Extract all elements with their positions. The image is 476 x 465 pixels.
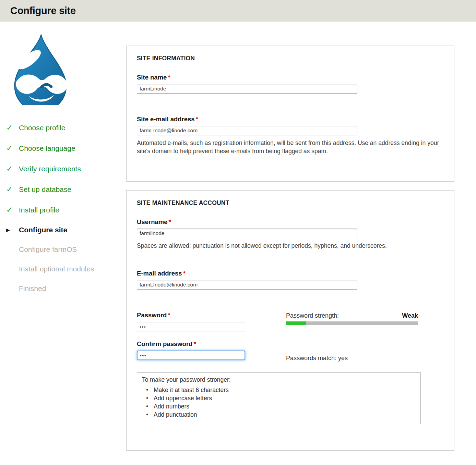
site-email-field: Site e-mail address* Automated e-mails, … bbox=[137, 115, 444, 155]
step-label: Choose profile bbox=[19, 124, 65, 132]
check-icon: ✓ bbox=[6, 144, 19, 153]
install-steps-list: ✓ Choose profile ✓ Choose language ✓ Ver… bbox=[6, 123, 126, 293]
step-set-up-database: ✓ Set up database bbox=[6, 185, 126, 194]
password-row: Password* Password strength: Weak bbox=[137, 311, 444, 331]
configure-site-page: Configure site bbox=[0, 0, 476, 465]
required-asterisk: * bbox=[168, 311, 170, 319]
site-email-input[interactable] bbox=[137, 126, 357, 135]
check-icon: ✓ bbox=[6, 164, 19, 173]
required-asterisk: * bbox=[196, 115, 198, 123]
step-finished: Finished bbox=[6, 284, 126, 293]
install-sidebar: ✓ Choose profile ✓ Choose language ✓ Ver… bbox=[0, 22, 126, 304]
step-choose-profile: ✓ Choose profile bbox=[6, 123, 126, 132]
site-maintenance-account-fieldset: SITE MAINTENANCE ACCOUNT Username* Space… bbox=[126, 190, 454, 451]
required-asterisk: * bbox=[183, 270, 186, 277]
site-name-label: Site name bbox=[137, 74, 167, 81]
step-label: Configure site bbox=[19, 226, 67, 234]
check-icon: ✓ bbox=[6, 185, 19, 194]
password-tips-box: To make your password stronger: Make it … bbox=[137, 372, 421, 424]
username-help: Spaces are allowed; punctuation is not a… bbox=[137, 242, 447, 250]
password-strength-indicator: Password strength: Weak bbox=[286, 311, 418, 325]
site-email-label: Site e-mail address bbox=[137, 115, 195, 123]
step-label: Install profile bbox=[19, 206, 59, 214]
account-email-label: E-mail address bbox=[137, 270, 182, 277]
step-choose-language: ✓ Choose language bbox=[6, 144, 126, 153]
active-step-arrow-icon: ▶ bbox=[6, 227, 19, 233]
step-label: Verify requirements bbox=[19, 165, 81, 173]
step-label: Configure farmOS bbox=[19, 245, 77, 254]
confirm-password-input[interactable] bbox=[137, 351, 245, 360]
account-email-field: E-mail address* bbox=[137, 270, 444, 290]
confirm-password-label: Confirm password bbox=[137, 340, 192, 347]
step-configure-site: ▶ Configure site bbox=[6, 226, 126, 234]
step-label: Set up database bbox=[19, 185, 71, 194]
password-strength-bar-fill bbox=[286, 321, 306, 325]
site-name-field: Site name* bbox=[137, 74, 444, 94]
username-input[interactable] bbox=[137, 229, 357, 238]
password-strength-value: Weak bbox=[402, 312, 418, 319]
password-label: Password bbox=[137, 311, 167, 319]
password-strength-label: Password strength: bbox=[286, 312, 339, 319]
password-tip: Make it at least 6 characters bbox=[142, 386, 416, 394]
site-information-legend: SITE INFORMATION bbox=[137, 55, 444, 62]
password-tip: Add uppercase letters bbox=[142, 394, 416, 403]
check-icon: ✓ bbox=[6, 205, 19, 215]
account-email-input[interactable] bbox=[137, 280, 357, 290]
username-label: Username bbox=[137, 218, 167, 225]
required-asterisk: * bbox=[168, 74, 170, 81]
password-strength-track bbox=[286, 321, 418, 325]
required-asterisk: * bbox=[193, 340, 196, 347]
site-name-input[interactable] bbox=[137, 84, 357, 94]
password-tips-list: Make it at least 6 characters Add upperc… bbox=[142, 386, 416, 419]
page-title: Configure site bbox=[10, 5, 76, 16]
confirm-password-row: Confirm password* Passwords match: yes bbox=[137, 340, 444, 362]
required-asterisk: * bbox=[168, 218, 171, 225]
username-field: Username* Spaces are allowed; punctuatio… bbox=[137, 218, 444, 250]
site-email-help: Automated e-mails, such as registration … bbox=[137, 139, 447, 155]
check-icon: ✓ bbox=[6, 123, 19, 132]
step-verify-requirements: ✓ Verify requirements bbox=[6, 164, 126, 173]
step-label: Install optional modules bbox=[19, 265, 94, 273]
step-install-profile: ✓ Install profile bbox=[6, 205, 126, 215]
site-maintenance-account-legend: SITE MAINTENANCE ACCOUNT bbox=[137, 199, 444, 207]
password-tip: Add numbers bbox=[142, 403, 416, 411]
page-header: Configure site bbox=[0, 0, 476, 22]
site-information-fieldset: SITE INFORMATION Site name* Site e-mail … bbox=[126, 46, 454, 182]
drupal-logo bbox=[8, 33, 72, 105]
password-tip: Add punctuation bbox=[142, 411, 416, 419]
password-tips-title: To make your password stronger: bbox=[142, 376, 416, 383]
install-form: SITE INFORMATION Site name* Site e-mail … bbox=[126, 22, 455, 451]
step-label: Choose language bbox=[19, 144, 75, 152]
drupal-droplet-icon bbox=[8, 33, 72, 105]
step-configure-farmos: Configure farmOS bbox=[6, 245, 126, 254]
passwords-match-status: Passwords match: yes bbox=[286, 355, 418, 362]
step-label: Finished bbox=[19, 284, 46, 293]
password-input[interactable] bbox=[137, 322, 245, 331]
step-install-optional-modules: Install optional modules bbox=[6, 265, 126, 273]
